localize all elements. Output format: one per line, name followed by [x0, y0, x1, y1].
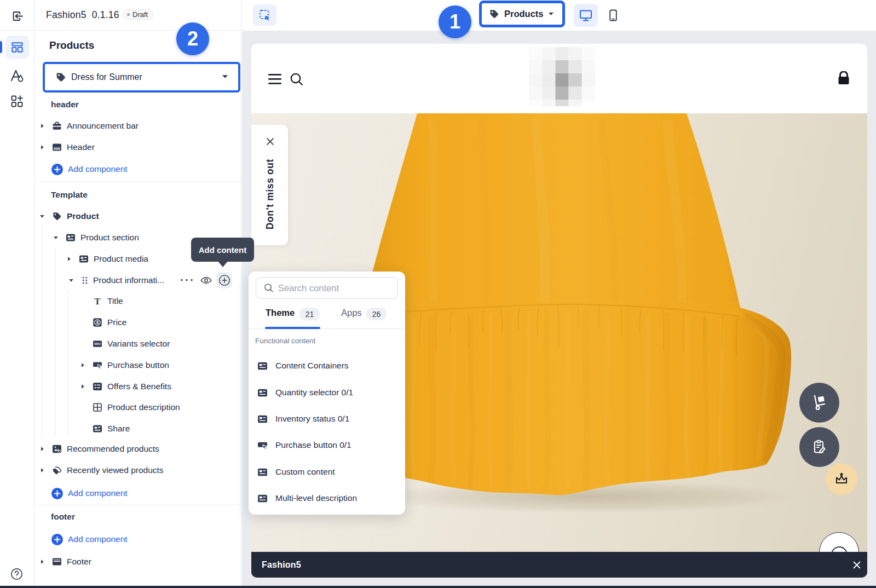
svg-text:SKU: SKU — [94, 342, 101, 345]
svg-text:T: T — [94, 296, 101, 306]
svg-text:$: $ — [96, 320, 99, 325]
